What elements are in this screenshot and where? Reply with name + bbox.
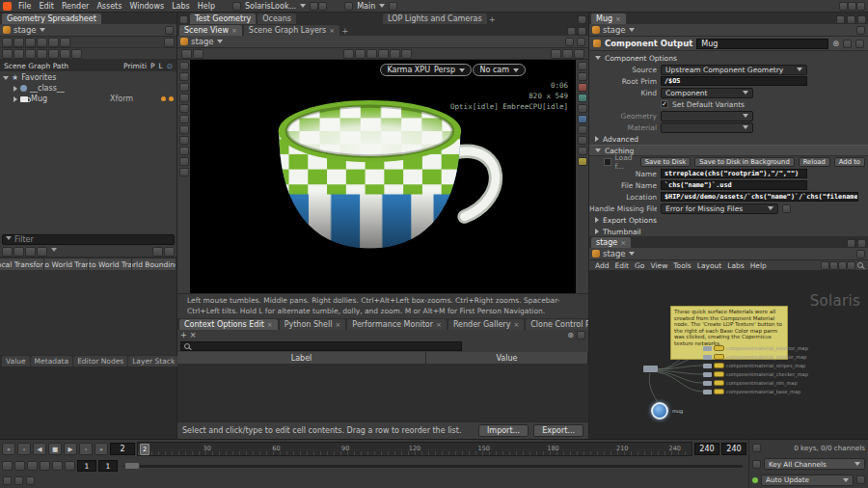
merge-node[interactable] [643, 366, 658, 372]
close-tab-icon[interactable]: × [615, 15, 621, 23]
net-menu-view[interactable]: View [647, 261, 670, 270]
purpose-toggle-icon[interactable] [161, 96, 166, 101]
guides-toggle-icon[interactable] [578, 125, 587, 134]
filter-prims-icon[interactable] [2, 49, 13, 59]
path-text[interactable]: stage [14, 25, 37, 35]
tab-geometry-spreadsheet[interactable]: Geometry Spreadsheet [2, 14, 101, 24]
perf-icon[interactable] [848, 2, 856, 11]
layer-toggle-icon[interactable] [169, 96, 174, 101]
handles-tool-icon[interactable] [179, 104, 189, 113]
add-shelf-icon[interactable]: + [489, 14, 496, 24]
net-menu-help[interactable]: Help [747, 261, 770, 270]
node-name-field[interactable]: Mug [696, 39, 828, 49]
maximize-pane-icon[interactable] [857, 239, 866, 248]
playbar-settings-icon[interactable] [14, 476, 23, 485]
camera-lock-icon[interactable] [378, 49, 389, 59]
column-value[interactable]: Value [426, 352, 588, 364]
path-caret-icon[interactable] [217, 40, 223, 43]
wide-view-icon[interactable] [37, 247, 47, 257]
column-purpose[interactable]: P [150, 62, 155, 70]
net-menu-labs[interactable]: Labs [724, 261, 746, 270]
tab-performance-monitor[interactable]: Performance Monitor × [347, 319, 447, 330]
filter-layers-icon[interactable] [71, 49, 82, 59]
filter-materials-icon[interactable] [37, 49, 47, 59]
net-tool-3-icon[interactable] [838, 261, 847, 270]
tab-layer-stack[interactable]: Layer Stack [128, 356, 178, 366]
maximize-pane-icon[interactable] [578, 27, 586, 36]
net-menu-edit[interactable]: Edit [612, 261, 633, 270]
net-menu-add[interactable]: Add [592, 261, 612, 270]
section-advanced[interactable]: Advanced [589, 133, 868, 145]
lights-toggle-icon[interactable] [578, 104, 587, 113]
add-layout-icon[interactable] [389, 2, 397, 11]
network-node[interactable]: componentmaterial_checker_map [703, 371, 808, 377]
lighting-mode-icon[interactable] [355, 49, 366, 59]
close-tab-icon[interactable]: × [436, 321, 442, 329]
camera-selector[interactable]: No cam [473, 64, 526, 76]
section-component-options[interactable]: Component Options [589, 52, 868, 64]
menu-help[interactable]: Help [194, 2, 219, 11]
close-tab-icon[interactable]: × [513, 321, 519, 329]
close-tab-icon[interactable]: × [335, 321, 340, 329]
tab-render-gallery[interactable]: Render Gallery × [448, 319, 524, 330]
material-preview-icon[interactable] [578, 94, 587, 102]
split-pane-icon[interactable] [847, 15, 855, 24]
add-to-button[interactable]: Add to [834, 157, 865, 167]
save-desktop-icon[interactable] [310, 2, 318, 11]
material-dropdown[interactable] [661, 122, 753, 133]
shelf-tab-oceans[interactable]: Oceans [258, 14, 296, 24]
select-mode-icon[interactable] [193, 49, 203, 59]
viewport-layout-icon[interactable] [562, 49, 573, 59]
network-search-icon[interactable] [857, 262, 863, 268]
shelf-options-icon[interactable] [578, 15, 586, 24]
main-caret-icon[interactable] [379, 4, 385, 8]
translate-tool-icon[interactable] [179, 72, 189, 81]
path-refresh-icon[interactable] [565, 38, 574, 46]
tree-row-mug[interactable]: Mug Xform [0, 94, 176, 104]
tab-editor-nodes[interactable]: Editor Nodes [73, 356, 127, 366]
path-text[interactable]: stage [603, 25, 626, 35]
snap-tool-icon[interactable] [179, 125, 189, 134]
viewport-canvas[interactable]: Karma XPU Persp No cam 0:06 820 x 549 Op… [190, 60, 576, 293]
tab-mug-parameters[interactable]: Mug × [591, 14, 626, 24]
playhead-marker[interactable]: 2 [140, 444, 149, 455]
tab-scene-view[interactable]: Scene View × [179, 25, 242, 36]
desktop-icon[interactable] [232, 2, 241, 11]
menu-file[interactable]: File [14, 2, 35, 11]
network-node[interactable]: componentmaterial_base_map [703, 389, 800, 394]
frame-range-slider[interactable] [123, 460, 743, 472]
playback-menu-icon[interactable] [2, 461, 13, 471]
jump-end-button[interactable]: » [95, 443, 108, 455]
realtime-toggle-icon[interactable] [14, 461, 25, 471]
filter-geometry-icon[interactable] [48, 49, 59, 59]
path-text[interactable]: stage [191, 37, 214, 46]
col-to-world-transform[interactable]: ...to World Transf [44, 258, 89, 270]
col-parent-to-world[interactable]: nt to World Trans [89, 258, 133, 270]
measure-tool-icon[interactable] [179, 157, 189, 166]
render-region-icon[interactable] [401, 49, 412, 59]
collapsed-caret-icon[interactable] [14, 86, 17, 92]
tree-row-favorites[interactable]: ★ Favorites [0, 72, 176, 83]
main-selector[interactable]: Main [353, 2, 379, 11]
column-label[interactable]: Label [177, 352, 426, 364]
stop-button[interactable]: ■ [48, 443, 62, 455]
path-caret-icon[interactable] [629, 252, 635, 256]
column-primitive-type[interactable]: Primiti [123, 62, 147, 70]
detail-table-body[interactable] [0, 270, 176, 355]
root-prim-field[interactable]: /$OS [661, 76, 807, 86]
column-layer[interactable]: L [159, 62, 163, 70]
missing-files-menu-icon[interactable] [782, 204, 791, 213]
collapse-all-icon[interactable] [2, 38, 13, 47]
detail-filter-icon[interactable] [51, 248, 57, 255]
param-help-icon[interactable] [855, 40, 864, 48]
param-pin-icon[interactable] [843, 40, 852, 48]
path-pin-icon[interactable] [856, 26, 865, 35]
normals-toggle-icon[interactable] [578, 147, 587, 155]
column-view-icon[interactable] [14, 247, 24, 257]
viewport-settings-icon[interactable] [574, 49, 584, 59]
sync-selection-icon[interactable] [37, 38, 47, 47]
scene-graph-tree[interactable]: ★ Favorites __class__ Mug Xform [0, 71, 176, 233]
param-gear-icon[interactable]: ⊛ [832, 39, 839, 48]
snapshot-icon[interactable] [551, 49, 561, 59]
tab-value[interactable]: Value [2, 356, 30, 366]
